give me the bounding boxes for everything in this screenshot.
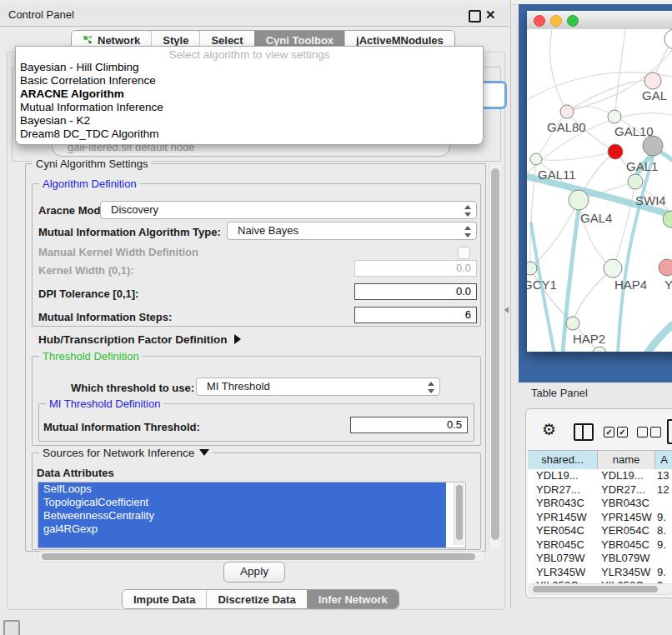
table-cell[interactable]: [655, 552, 672, 566]
table-row[interactable]: YBR043CYBR043C: [528, 497, 672, 511]
network-window-titlebar[interactable]: [527, 11, 672, 30]
network-node[interactable]: [643, 136, 663, 156]
sources-horizontal-scrollbar[interactable]: [38, 551, 485, 562]
network-node[interactable]: [569, 190, 589, 210]
docked-panel-icon[interactable]: [3, 620, 20, 635]
mi-type-combobox[interactable]: Naive Bayes: [227, 222, 477, 240]
close-traffic-light-icon[interactable]: [534, 15, 545, 27]
mi-threshold-label: Mutual Information Threshold:: [43, 421, 200, 433]
column-header-shared-name[interactable]: shared...: [528, 451, 598, 469]
column-header-clipped[interactable]: A: [655, 451, 672, 469]
algorithm-option[interactable]: Bayesian - K2: [16, 114, 483, 128]
table-cell[interactable]: YER054C: [528, 524, 598, 538]
table-row[interactable]: YER054CYER054C8.: [528, 524, 672, 538]
network-node[interactable]: [560, 105, 574, 118]
column-visibility-icon[interactable]: [574, 423, 594, 441]
table-cell[interactable]: YBL079W: [598, 552, 655, 566]
tab-impute-data[interactable]: Impute Data: [123, 590, 206, 608]
kernel-width-field[interactable]: 0.0: [354, 260, 477, 277]
aracne-mode-combobox[interactable]: Discovery: [100, 201, 477, 219]
algorithm-option[interactable]: Dream8 DC_TDC Algorithm: [16, 128, 483, 141]
table-row[interactable]: YDL19...YDL19...13: [528, 469, 672, 483]
deselect-all-checkbox-icon[interactable]: [650, 427, 661, 438]
table-cell[interactable]: YDR27...: [598, 483, 655, 498]
table-cell[interactable]: YPR145W: [528, 511, 598, 525]
table-cell[interactable]: 8.: [655, 524, 672, 538]
export-table-icon[interactable]: [667, 419, 672, 444]
table-cell[interactable]: YPR145W: [598, 511, 655, 525]
apply-button[interactable]: Apply: [223, 562, 285, 582]
table-cell[interactable]: YLR345W: [598, 566, 655, 580]
table-cell[interactable]: YLR345W: [528, 566, 598, 580]
hub-definition-expander[interactable]: Hub/Transcription Factor Definition: [38, 333, 241, 346]
algorithm-option[interactable]: Bayesian - Hill Climbing: [16, 61, 483, 74]
sources-title: Sources for Network Inference: [43, 447, 194, 459]
table-cell[interactable]: YBR043C: [528, 497, 598, 511]
table-cell[interactable]: 12: [655, 483, 672, 498]
manual-kernel-checkbox[interactable]: [458, 247, 470, 259]
tab-discretize-data[interactable]: Discretize Data: [206, 590, 306, 608]
dpi-tolerance-field[interactable]: 0.0: [354, 283, 477, 300]
deselect-all-checkbox-icon[interactable]: [637, 427, 648, 438]
scrollbar-thumb[interactable]: [533, 586, 658, 592]
scrollbar-thumb[interactable]: [456, 485, 463, 540]
network-node[interactable]: [664, 29, 672, 49]
network-node[interactable]: [608, 144, 623, 159]
mi-threshold-field[interactable]: 0.5: [350, 417, 468, 433]
network-node[interactable]: [530, 153, 542, 165]
float-window-button[interactable]: [469, 10, 481, 22]
splitter-collapse-icon[interactable]: [504, 307, 509, 313]
attribute-item[interactable]: BetweennessCentrality: [38, 509, 446, 522]
zoom-traffic-light-icon[interactable]: [567, 15, 579, 27]
table-cell[interactable]: YDL19...: [598, 469, 655, 483]
collapse-arrow-icon: [199, 449, 209, 456]
tab-infer-network[interactable]: Infer Network: [307, 590, 399, 608]
select-all-checkbox-icon[interactable]: ✓: [617, 427, 628, 438]
attribute-item-partial[interactable]: [38, 536, 446, 548]
table-cell[interactable]: YBR045C: [528, 538, 598, 552]
table-cell[interactable]: YDR27...: [528, 483, 598, 498]
network-node[interactable]: [527, 262, 537, 275]
scrollbar-thumb[interactable]: [42, 553, 475, 560]
which-threshold-combobox[interactable]: MI Threshold: [196, 378, 440, 396]
settings-vertical-scrollbar[interactable]: [489, 165, 501, 548]
table-cell[interactable]: 9.: [655, 511, 672, 525]
attribute-item[interactable]: gal4RGexp: [38, 522, 446, 536]
sources-collapser[interactable]: Sources for Network Inference: [39, 447, 213, 459]
table-cell[interactable]: 9.: [655, 566, 672, 580]
table-horizontal-scrollbar[interactable]: [529, 583, 672, 595]
attributes-scrollbar[interactable]: [454, 483, 464, 545]
network-node[interactable]: [659, 259, 672, 276]
table-row[interactable]: YBR045CYBR045C9.: [528, 538, 672, 552]
table-row[interactable]: YDR27...YDR27...12: [528, 483, 672, 498]
network-node[interactable]: [608, 110, 621, 123]
table-row[interactable]: YBL079WYBL079W: [528, 552, 672, 566]
network-node[interactable]: [628, 174, 643, 189]
network-node[interactable]: [644, 72, 661, 89]
algorithm-option-selected[interactable]: ARACNE Algorithm: [16, 88, 483, 101]
attribute-item[interactable]: TopologicalCoefficient: [38, 496, 446, 509]
table-row[interactable]: YLR345WYLR345W9.: [528, 566, 672, 580]
network-node[interactable]: [566, 317, 579, 330]
column-header-name[interactable]: name: [598, 451, 655, 469]
table-cell[interactable]: [655, 497, 672, 511]
select-all-checkbox-icon[interactable]: ✓: [604, 427, 614, 438]
algorithm-option[interactable]: Basic Correlation Inference: [16, 74, 483, 88]
network-canvas[interactable]: GALGAL80GAL10GAL11GAL1GAL4SWI4GCY1HAP4YH…: [527, 29, 672, 352]
table-cell[interactable]: YER054C: [598, 524, 655, 538]
table-cell[interactable]: YDL19...: [528, 469, 598, 483]
mi-steps-field[interactable]: 6: [354, 307, 477, 323]
table-cell[interactable]: YBL079W: [528, 552, 598, 566]
table-cell[interactable]: YBR045C: [598, 538, 655, 552]
network-node[interactable]: [604, 259, 622, 278]
table-cell[interactable]: 9.: [655, 538, 672, 552]
close-icon[interactable]: ✕: [485, 7, 496, 23]
gear-icon[interactable]: ⚙: [542, 422, 556, 438]
attribute-item[interactable]: SelfLoops: [38, 482, 446, 496]
table-cell[interactable]: YBR043C: [598, 497, 655, 511]
scrollbar-thumb[interactable]: [491, 168, 499, 540]
table-row[interactable]: YPR145WYPR145W9.: [528, 511, 672, 525]
minimize-traffic-light-icon[interactable]: [550, 15, 562, 27]
table-cell[interactable]: 13: [655, 469, 672, 483]
algorithm-option[interactable]: Mutual Information Inference: [16, 101, 483, 114]
